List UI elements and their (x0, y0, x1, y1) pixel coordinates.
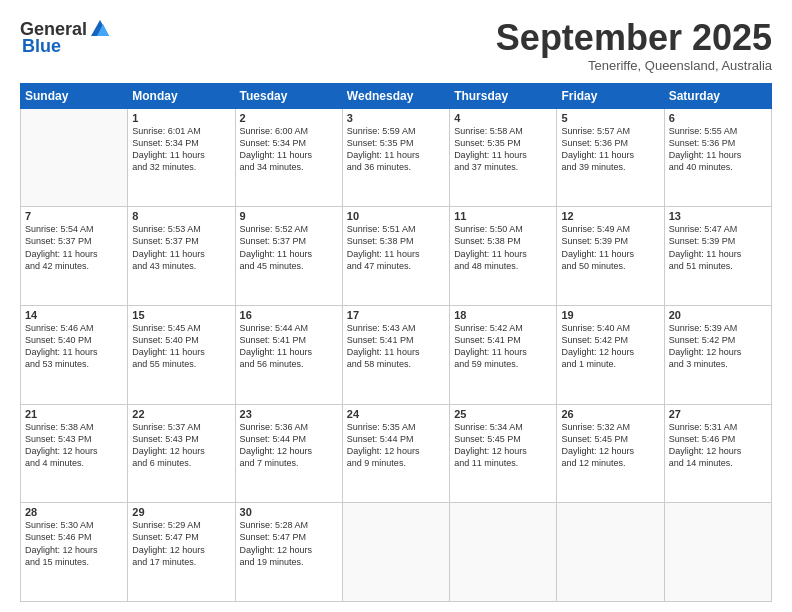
day-number: 29 (132, 506, 230, 518)
day-info: Sunrise: 5:40 AMSunset: 5:42 PMDaylight:… (561, 322, 659, 371)
header-sunday: Sunday (21, 83, 128, 108)
day-number: 14 (25, 309, 123, 321)
day-number: 8 (132, 210, 230, 222)
day-number: 23 (240, 408, 338, 420)
table-row: 12Sunrise: 5:49 AMSunset: 5:39 PMDayligh… (557, 207, 664, 306)
table-row: 11Sunrise: 5:50 AMSunset: 5:38 PMDayligh… (450, 207, 557, 306)
calendar-week-row: 14Sunrise: 5:46 AMSunset: 5:40 PMDayligh… (21, 305, 772, 404)
table-row: 13Sunrise: 5:47 AMSunset: 5:39 PMDayligh… (664, 207, 771, 306)
table-row: 14Sunrise: 5:46 AMSunset: 5:40 PMDayligh… (21, 305, 128, 404)
day-info: Sunrise: 5:30 AMSunset: 5:46 PMDaylight:… (25, 519, 123, 568)
day-number: 20 (669, 309, 767, 321)
table-row: 17Sunrise: 5:43 AMSunset: 5:41 PMDayligh… (342, 305, 449, 404)
day-number: 2 (240, 112, 338, 124)
header-monday: Monday (128, 83, 235, 108)
calendar-header-row: Sunday Monday Tuesday Wednesday Thursday… (21, 83, 772, 108)
day-number: 12 (561, 210, 659, 222)
table-row: 3Sunrise: 5:59 AMSunset: 5:35 PMDaylight… (342, 108, 449, 207)
day-number: 7 (25, 210, 123, 222)
day-number: 19 (561, 309, 659, 321)
day-info: Sunrise: 5:50 AMSunset: 5:38 PMDaylight:… (454, 223, 552, 272)
day-info: Sunrise: 5:46 AMSunset: 5:40 PMDaylight:… (25, 322, 123, 371)
day-number: 15 (132, 309, 230, 321)
day-info: Sunrise: 5:55 AMSunset: 5:36 PMDaylight:… (669, 125, 767, 174)
table-row: 9Sunrise: 5:52 AMSunset: 5:37 PMDaylight… (235, 207, 342, 306)
day-number: 4 (454, 112, 552, 124)
day-info: Sunrise: 5:38 AMSunset: 5:43 PMDaylight:… (25, 421, 123, 470)
day-number: 3 (347, 112, 445, 124)
header-friday: Friday (557, 83, 664, 108)
table-row: 2Sunrise: 6:00 AMSunset: 5:34 PMDaylight… (235, 108, 342, 207)
day-number: 1 (132, 112, 230, 124)
table-row: 16Sunrise: 5:44 AMSunset: 5:41 PMDayligh… (235, 305, 342, 404)
table-row: 6Sunrise: 5:55 AMSunset: 5:36 PMDaylight… (664, 108, 771, 207)
day-info: Sunrise: 5:51 AMSunset: 5:38 PMDaylight:… (347, 223, 445, 272)
day-info: Sunrise: 5:39 AMSunset: 5:42 PMDaylight:… (669, 322, 767, 371)
day-info: Sunrise: 5:57 AMSunset: 5:36 PMDaylight:… (561, 125, 659, 174)
day-info: Sunrise: 5:43 AMSunset: 5:41 PMDaylight:… (347, 322, 445, 371)
day-number: 16 (240, 309, 338, 321)
day-number: 24 (347, 408, 445, 420)
table-row (342, 503, 449, 602)
day-info: Sunrise: 5:35 AMSunset: 5:44 PMDaylight:… (347, 421, 445, 470)
day-info: Sunrise: 5:29 AMSunset: 5:47 PMDaylight:… (132, 519, 230, 568)
calendar-week-row: 21Sunrise: 5:38 AMSunset: 5:43 PMDayligh… (21, 404, 772, 503)
day-info: Sunrise: 5:49 AMSunset: 5:39 PMDaylight:… (561, 223, 659, 272)
table-row (21, 108, 128, 207)
day-info: Sunrise: 5:47 AMSunset: 5:39 PMDaylight:… (669, 223, 767, 272)
header-saturday: Saturday (664, 83, 771, 108)
day-number: 17 (347, 309, 445, 321)
day-info: Sunrise: 5:34 AMSunset: 5:45 PMDaylight:… (454, 421, 552, 470)
day-number: 25 (454, 408, 552, 420)
day-info: Sunrise: 5:59 AMSunset: 5:35 PMDaylight:… (347, 125, 445, 174)
day-number: 5 (561, 112, 659, 124)
table-row (450, 503, 557, 602)
day-info: Sunrise: 5:36 AMSunset: 5:44 PMDaylight:… (240, 421, 338, 470)
day-number: 10 (347, 210, 445, 222)
day-number: 13 (669, 210, 767, 222)
table-row: 22Sunrise: 5:37 AMSunset: 5:43 PMDayligh… (128, 404, 235, 503)
day-number: 9 (240, 210, 338, 222)
day-number: 18 (454, 309, 552, 321)
logo-blue-text: Blue (22, 36, 61, 57)
table-row: 19Sunrise: 5:40 AMSunset: 5:42 PMDayligh… (557, 305, 664, 404)
day-info: Sunrise: 5:45 AMSunset: 5:40 PMDaylight:… (132, 322, 230, 371)
page: General Blue September 2025 Teneriffe, Q… (0, 0, 792, 612)
day-info: Sunrise: 5:32 AMSunset: 5:45 PMDaylight:… (561, 421, 659, 470)
table-row: 18Sunrise: 5:42 AMSunset: 5:41 PMDayligh… (450, 305, 557, 404)
title-block: September 2025 Teneriffe, Queensland, Au… (496, 18, 772, 73)
calendar-table: Sunday Monday Tuesday Wednesday Thursday… (20, 83, 772, 602)
day-info: Sunrise: 5:42 AMSunset: 5:41 PMDaylight:… (454, 322, 552, 371)
day-info: Sunrise: 5:53 AMSunset: 5:37 PMDaylight:… (132, 223, 230, 272)
table-row: 21Sunrise: 5:38 AMSunset: 5:43 PMDayligh… (21, 404, 128, 503)
day-number: 22 (132, 408, 230, 420)
table-row: 26Sunrise: 5:32 AMSunset: 5:45 PMDayligh… (557, 404, 664, 503)
day-info: Sunrise: 5:54 AMSunset: 5:37 PMDaylight:… (25, 223, 123, 272)
day-info: Sunrise: 6:01 AMSunset: 5:34 PMDaylight:… (132, 125, 230, 174)
logo-icon (89, 18, 111, 40)
calendar-week-row: 28Sunrise: 5:30 AMSunset: 5:46 PMDayligh… (21, 503, 772, 602)
month-title: September 2025 (496, 18, 772, 58)
table-row: 20Sunrise: 5:39 AMSunset: 5:42 PMDayligh… (664, 305, 771, 404)
table-row: 29Sunrise: 5:29 AMSunset: 5:47 PMDayligh… (128, 503, 235, 602)
table-row: 27Sunrise: 5:31 AMSunset: 5:46 PMDayligh… (664, 404, 771, 503)
day-number: 28 (25, 506, 123, 518)
day-info: Sunrise: 5:52 AMSunset: 5:37 PMDaylight:… (240, 223, 338, 272)
day-info: Sunrise: 5:44 AMSunset: 5:41 PMDaylight:… (240, 322, 338, 371)
day-number: 6 (669, 112, 767, 124)
table-row: 4Sunrise: 5:58 AMSunset: 5:35 PMDaylight… (450, 108, 557, 207)
table-row: 24Sunrise: 5:35 AMSunset: 5:44 PMDayligh… (342, 404, 449, 503)
header: General Blue September 2025 Teneriffe, Q… (20, 18, 772, 73)
day-number: 21 (25, 408, 123, 420)
table-row (664, 503, 771, 602)
day-info: Sunrise: 6:00 AMSunset: 5:34 PMDaylight:… (240, 125, 338, 174)
table-row: 28Sunrise: 5:30 AMSunset: 5:46 PMDayligh… (21, 503, 128, 602)
table-row: 7Sunrise: 5:54 AMSunset: 5:37 PMDaylight… (21, 207, 128, 306)
day-number: 27 (669, 408, 767, 420)
calendar-week-row: 7Sunrise: 5:54 AMSunset: 5:37 PMDaylight… (21, 207, 772, 306)
header-tuesday: Tuesday (235, 83, 342, 108)
calendar-week-row: 1Sunrise: 6:01 AMSunset: 5:34 PMDaylight… (21, 108, 772, 207)
day-info: Sunrise: 5:37 AMSunset: 5:43 PMDaylight:… (132, 421, 230, 470)
logo: General Blue (20, 18, 111, 57)
table-row: 15Sunrise: 5:45 AMSunset: 5:40 PMDayligh… (128, 305, 235, 404)
